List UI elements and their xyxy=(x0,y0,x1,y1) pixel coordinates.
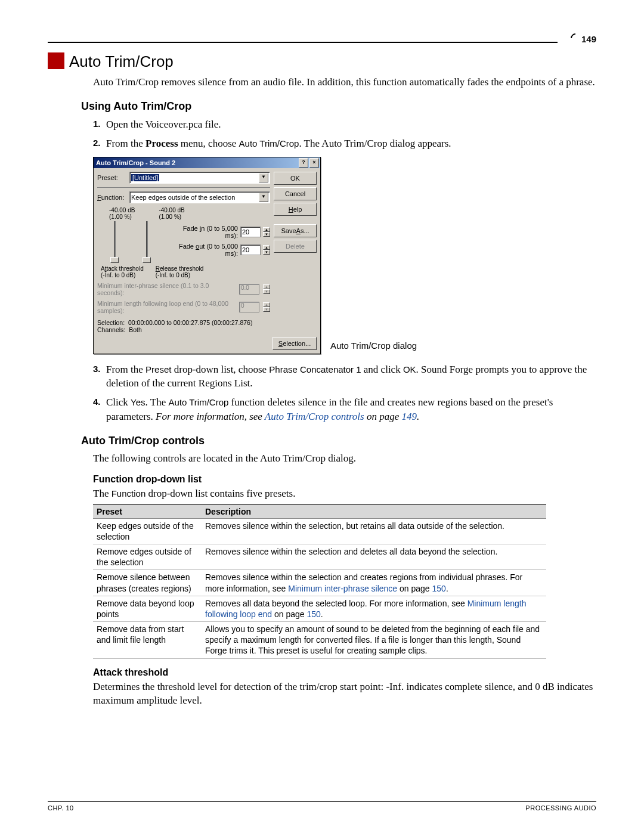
min-interphrase-row: Minimum inter-phrase silence (0.1 to 3.0… xyxy=(97,282,270,296)
fade-in-label: Fade in (0 to 5,000 ms): xyxy=(169,225,238,239)
using-heading: Using Auto Trim/Crop xyxy=(81,100,596,113)
dialog-titlebar[interactable]: Auto Trim/Crop - Sound 2 ? × xyxy=(94,157,320,168)
preset-table: Preset Description Keep edges outside of… xyxy=(93,504,546,659)
delete-button: Delete xyxy=(274,240,317,253)
fade-in-input[interactable] xyxy=(240,227,261,237)
section-title: Auto Trim/Crop xyxy=(69,52,596,71)
steps-list: 1. Open the Voiceover.pca file. 2. From … xyxy=(93,117,596,151)
footer-section: PROCESSING AUDIO xyxy=(525,804,596,812)
preset-combo[interactable]: [Untitled] ▼ xyxy=(129,172,270,184)
controls-heading: Auto Trim/Crop controls xyxy=(81,435,596,447)
dialog-caption: Auto Trim/Crop dialog xyxy=(330,340,417,351)
crossref-page-link[interactable]: 150 xyxy=(306,609,320,619)
cancel-button[interactable]: Cancel xyxy=(274,187,317,200)
attack-threshold-slider[interactable] xyxy=(110,221,119,263)
attack-threshold-heading: Attack threshold xyxy=(93,667,596,678)
function-dropdown-intro: The Function drop-down list contains fiv… xyxy=(93,487,596,501)
chevron-down-icon[interactable]: ▼ xyxy=(259,173,268,182)
function-dropdown-heading: Function drop-down list xyxy=(93,474,596,485)
dialog-title: Auto Trim/Crop - Sound 2 xyxy=(96,159,175,166)
min-loop-row: Minimum length following loop end (0 to … xyxy=(97,300,270,314)
help-button[interactable]: Help xyxy=(274,203,317,216)
preset-value: [Untitled] xyxy=(131,174,159,181)
crossref-link[interactable]: Minimum inter-phrase silence xyxy=(288,584,397,593)
step-1: 1. Open the Voiceover.pca file. xyxy=(93,117,596,132)
fade-out-input[interactable] xyxy=(240,244,261,255)
fade-out-label: Fade out (0 to 5,000 ms): xyxy=(169,243,238,257)
table-row: Remove data beyond loop points Removes a… xyxy=(93,596,546,621)
save-as-button[interactable]: Save As... xyxy=(274,224,317,237)
table-header-description: Description xyxy=(202,504,546,518)
steps-list-cont: 3. From the Preset drop-down list, choos… xyxy=(93,363,596,424)
function-value: Keep edges outside of the selection xyxy=(131,194,235,201)
page-footer: CHP. 10 PROCESSING AUDIO xyxy=(48,801,596,812)
attack-db-readout: -40.00 dB(1.00 %) xyxy=(109,207,135,220)
fade-in-spinner[interactable]: ▲▼ xyxy=(263,227,270,237)
controls-intro: The following controls are located in th… xyxy=(93,452,596,466)
table-row: Remove silence between phrases (creates … xyxy=(93,570,546,596)
step-3: 3. From the Preset drop-down list, choos… xyxy=(93,363,596,391)
attack-threshold-label: Attack threshold(-Inf. to 0 dB) xyxy=(101,265,144,278)
release-db-readout: -40.00 dB(1.00 %) xyxy=(159,207,184,220)
table-row: Remove data from start and limit file le… xyxy=(93,622,546,659)
crossref-page-link[interactable]: 150 xyxy=(432,584,446,593)
release-threshold-label: Release threshold(-Inf. to 0 dB) xyxy=(156,265,204,278)
step-2: 2. From the Process menu, choose Auto Tr… xyxy=(93,137,596,151)
table-row: Keep edges outside of the selection Remo… xyxy=(93,518,546,544)
auto-trim-crop-dialog: Auto Trim/Crop - Sound 2 ? × Preset: [Un… xyxy=(93,157,321,354)
attack-threshold-body: Determines the threshold level for detec… xyxy=(93,680,596,708)
release-threshold-slider[interactable] xyxy=(143,221,151,263)
ok-button[interactable]: OK xyxy=(274,172,317,185)
crossref-page-link[interactable]: 149 xyxy=(402,411,417,422)
function-combo[interactable]: Keep edges outside of the selection ▼ xyxy=(129,191,270,203)
section-marker-icon xyxy=(48,52,64,69)
chevron-down-icon[interactable]: ▼ xyxy=(259,193,268,202)
page-number: 149 xyxy=(558,33,596,44)
top-rule xyxy=(48,42,596,43)
table-header-preset: Preset xyxy=(93,504,202,518)
close-icon[interactable]: × xyxy=(309,158,319,168)
footer-chapter: CHP. 10 xyxy=(48,804,74,812)
function-label: Function: xyxy=(97,194,127,201)
preset-label: Preset: xyxy=(97,174,127,181)
selection-button[interactable]: Selection... xyxy=(273,337,317,350)
fade-out-spinner[interactable]: ▲▼ xyxy=(263,245,270,255)
crossref-link[interactable]: Auto Trim/Crop controls xyxy=(265,411,364,422)
table-row: Remove edges outside of the selection Re… xyxy=(93,544,546,569)
help-titlebar-icon[interactable]: ? xyxy=(299,158,308,168)
intro-text: Auto Trim/Crop removes silence from an a… xyxy=(93,76,596,89)
selection-info: Selection: 00:00:00.000 to 00:00:27.875 … xyxy=(97,319,270,333)
step-4: 4. Click Yes. The Auto Trim/Crop functio… xyxy=(93,395,596,424)
